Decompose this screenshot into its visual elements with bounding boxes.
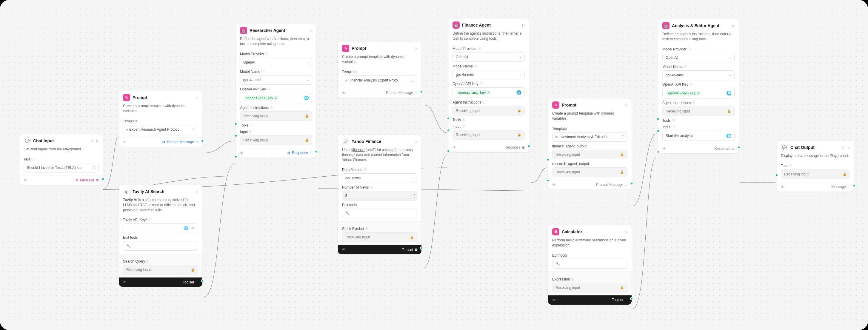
expand-icon[interactable]: ⛶ — [411, 78, 414, 82]
yahoo-finance-node[interactable]: 📈 Yahoo Finance ▷ Uses yfinance (unoffic… — [338, 135, 422, 254]
play-icon[interactable]: ▷ — [310, 29, 312, 33]
output-port[interactable] — [420, 90, 423, 93]
expression-input[interactable]: Receiving input🔒 — [552, 283, 627, 292]
input-field[interactable]: Receiving input🔒 — [453, 130, 525, 140]
instructions-port[interactable] — [234, 122, 237, 125]
visibility-icon[interactable]: 👁 — [240, 151, 244, 155]
input-port[interactable] — [657, 151, 660, 153]
output-port[interactable] — [101, 177, 104, 180]
play-icon[interactable]: ▷ — [415, 46, 417, 51]
num-news-input[interactable]: ▲ ▼ — [342, 191, 417, 200]
instructions-port[interactable] — [657, 118, 660, 121]
finance-port[interactable] — [547, 158, 550, 161]
instructions-input[interactable]: Receiving input🔒 — [662, 106, 735, 116]
researcher-agent-node[interactable]: 🤖 Researcher Agent ▷ Define the agent's … — [236, 24, 316, 158]
play-icon[interactable]: ▷ — [625, 103, 627, 107]
model-provider-select[interactable]: OpenAI⌄ — [453, 52, 525, 62]
chat-input-node[interactable]: 💬 Chat Input ⓘ ▷ Get chat inputs from th… — [20, 134, 103, 185]
template-input[interactable]: # Investment Analysis & Editorial ⛶ — [552, 132, 627, 142]
remove-tag-icon[interactable]: × — [697, 91, 700, 95]
input-field[interactable]: Start the analysis🌐 — [662, 131, 735, 141]
chat-output-node[interactable]: 💬 Chat Output ⓘ ▷ Display a chat message… — [777, 141, 854, 192]
search-query-input[interactable]: Receiving input 🔒 — [123, 265, 198, 274]
edit-tools-button[interactable]: 🔧 — [342, 208, 417, 218]
step-down-icon[interactable]: ▼ — [411, 196, 417, 199]
api-key-tag[interactable]: openai-api-key× — [665, 91, 702, 96]
output-port[interactable] — [853, 184, 856, 187]
play-icon[interactable]: ▷ — [522, 23, 525, 27]
visibility-icon[interactable]: 👁 — [552, 298, 556, 302]
visibility-icon[interactable]: 👁 — [781, 185, 785, 189]
tools-port[interactable] — [447, 129, 450, 132]
prompt-node-1[interactable]: ✎ Prompt ▷ Create a prompt template with… — [119, 91, 203, 147]
tools-port[interactable] — [234, 134, 237, 137]
visibility-icon[interactable]: 👁 — [453, 145, 456, 150]
finance-agent-node[interactable]: 🤖 Finance Agent ▷ Define the agent's ins… — [448, 19, 529, 152]
research-port[interactable] — [547, 179, 550, 182]
visibility-icon[interactable]: 👁 — [342, 91, 346, 95]
play-icon[interactable]: ▷ — [196, 190, 198, 194]
visibility-icon[interactable]: 👁 — [24, 178, 27, 183]
text-input[interactable]: Receiving input🔒 — [781, 169, 850, 179]
play-icon[interactable]: ▷ — [848, 145, 850, 150]
expand-icon[interactable]: ⛶ — [621, 135, 624, 139]
remove-tag-icon[interactable]: × — [488, 91, 490, 95]
data-method-select[interactable]: get_news ⌄ — [342, 173, 417, 183]
model-name-select[interactable]: gpt-4o-mini⌄ — [662, 70, 735, 80]
visibility-icon[interactable]: 👁 — [123, 280, 127, 284]
api-key-tag[interactable]: openai-api-key× — [243, 96, 279, 101]
model-provider-select[interactable]: OpenAI⌄ — [662, 53, 735, 62]
output-port[interactable] — [737, 146, 740, 149]
instructions-input[interactable]: Receiving input🔒 — [240, 111, 312, 121]
model-name-select[interactable]: gpt-4o-mini ⌄ — [240, 75, 312, 85]
input-port[interactable] — [234, 155, 237, 158]
input-field[interactable]: Receiving input🔒 — [240, 135, 312, 145]
prompt-node-3[interactable]: ✎ Prompt ▷ Create a prompt template with… — [548, 98, 631, 190]
eye-slash-icon[interactable]: 👁 — [191, 226, 195, 230]
model-name-select[interactable]: gpt-4o-mini⌄ — [453, 70, 525, 79]
text-port[interactable] — [775, 174, 778, 177]
globe-icon[interactable]: 🌐 — [516, 90, 522, 95]
stock-input[interactable]: Receiving input🔒 — [342, 232, 417, 242]
flow-canvas[interactable]: 💬 Chat Input ⓘ ▷ Get chat inputs from th… — [0, 0, 868, 330]
play-icon[interactable]: ▷ — [625, 230, 627, 234]
edit-tools-button[interactable]: 🔧 — [123, 241, 198, 251]
visibility-icon[interactable]: 👁 — [342, 248, 346, 252]
play-icon[interactable]: ▷ — [196, 96, 198, 100]
api-key-input[interactable]: 🌐 👁 — [123, 224, 198, 233]
template-input[interactable]: # Financial Analysis Expert Proto ⛶ — [342, 75, 417, 85]
prompt-node-2[interactable]: ✎ Prompt ▷ Create a prompt template with… — [338, 42, 422, 98]
visibility-icon[interactable]: 👁 — [123, 140, 127, 144]
globe-icon[interactable]: 🌐 — [304, 96, 309, 100]
output-port[interactable] — [630, 297, 633, 300]
play-icon[interactable]: ▷ — [96, 139, 99, 143]
output-port[interactable] — [630, 182, 633, 185]
tools-port[interactable] — [657, 130, 660, 132]
research-output-input[interactable]: Receiving input🔒 — [552, 167, 627, 177]
text-input[interactable]: Should I invest in Tesla (TSLA) sto ⛶ — [24, 163, 99, 172]
remove-tag-icon[interactable]: × — [275, 96, 277, 100]
play-icon[interactable]: ▷ — [415, 140, 417, 143]
output-port[interactable] — [315, 150, 318, 153]
expand-icon[interactable]: ⛶ — [192, 128, 195, 131]
calculator-node[interactable]: 🖩 Calculator ▷ Perform basic arithmetic … — [548, 225, 631, 305]
output-port[interactable] — [201, 139, 204, 142]
analysis-agent-node[interactable]: 🤖 Analysis & Editor Agent ▷ Define the a… — [658, 19, 739, 153]
edit-tools-button[interactable]: 🔧 — [552, 259, 627, 268]
finance-output-input[interactable]: Receiving input🔒 — [552, 150, 627, 159]
instructions-input[interactable]: Receiving input🔒 — [453, 106, 525, 116]
globe-icon[interactable]: 🌐 — [726, 91, 731, 96]
output-port[interactable] — [201, 279, 204, 282]
api-key-input[interactable]: openai-api-key× 🌐 — [453, 88, 525, 98]
expand-icon[interactable]: ⛶ — [92, 166, 95, 169]
api-key-input[interactable]: openai-api-key× 🌐 — [662, 88, 735, 98]
tavily-node[interactable]: ◎ Tavily AI Search ▷ Tavily AI is a sear… — [119, 185, 203, 287]
input-port[interactable] — [447, 150, 450, 153]
output-port[interactable] — [420, 247, 423, 250]
api-key-input[interactable]: openai-api-key× 🌐 — [240, 93, 312, 103]
play-icon[interactable]: ▷ — [732, 24, 735, 28]
globe-icon[interactable]: 🌐 — [726, 133, 731, 138]
num-news-value[interactable] — [342, 191, 411, 200]
template-input[interactable]: # Expert Research Agent Protoco ⛶ — [123, 125, 198, 134]
visibility-icon[interactable]: 👁 — [552, 183, 556, 187]
